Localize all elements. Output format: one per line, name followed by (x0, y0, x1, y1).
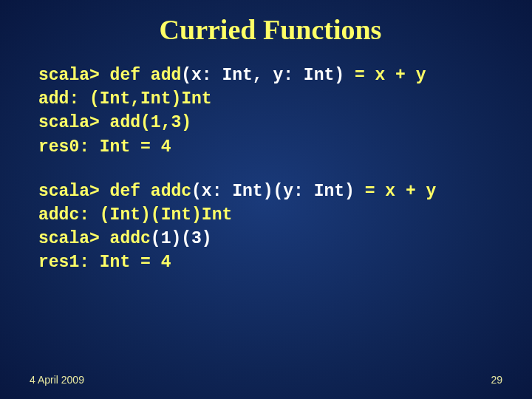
footer-page-number: 29 (491, 374, 502, 386)
code-line-2: add: (Int,Int)Int (38, 89, 212, 109)
slide: Curried Functions scala> def add(x: Int,… (0, 0, 532, 399)
code2-line-2: addc: (Int)(Int)Int (38, 205, 232, 225)
code2-line-3a: scala> addc (38, 229, 151, 248)
footer-date: 4 April 2009 (30, 374, 84, 386)
code2-line-3b: (1)(3) (151, 229, 212, 248)
code2-line-4: res1: Int = 4 (38, 253, 171, 272)
code-line-4: res0: Int = 4 (38, 137, 171, 157)
code-line-1c: = x + y (344, 66, 426, 85)
code-block-add: scala> def add(x: Int, y: Int) = x + y a… (38, 64, 502, 159)
code-line-3: scala> add(1,3) (38, 113, 191, 132)
code-block-addc: scala> def addc(x: Int)(y: Int) = x + y … (38, 180, 502, 275)
code-line-1a: scala> def add (38, 66, 181, 85)
code2-line-1b: (x: Int)(y: Int) (191, 182, 355, 201)
code-line-1b: (x: Int, y: Int) (181, 66, 344, 85)
code2-line-1a: scala> def addc (38, 182, 191, 201)
slide-title: Curried Functions (38, 13, 502, 46)
code2-line-1c: = x + y (355, 182, 436, 201)
